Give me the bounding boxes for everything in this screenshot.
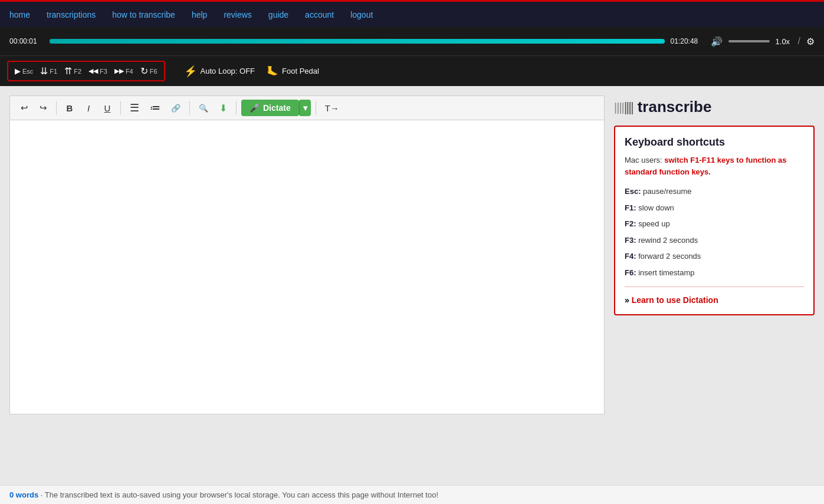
chevron-down-icon: ▾ [303,103,307,113]
toolbar-sep-2 [120,101,121,115]
dictate-dropdown-button[interactable]: ▾ [299,100,311,116]
zoom-icon: 🔍 [199,104,208,113]
nav-help[interactable]: help [192,10,207,19]
word-count: 0 words [9,490,38,499]
underline-icon: U [104,103,111,113]
f2-desc: speed up [638,219,670,228]
shortcuts-title: Keyboard shortcuts [625,136,804,149]
f3-desc: rewind 2 seconds [638,236,698,245]
audio-current-time: 00:00:01 [9,37,44,45]
slow-down-icon: ⇊ [40,65,48,77]
logo-text: transcribe [638,98,712,116]
auto-loop-button[interactable]: ⚡ Auto Loop: OFF [179,62,260,80]
audio-separator: / [798,36,800,47]
foot-pedal-label: Foot Pedal [282,67,319,75]
learn-dictation-link[interactable]: Learn to use Dictation [632,295,718,305]
bold-button[interactable]: B [61,100,78,116]
f1-key: F1: [625,203,636,212]
ul-icon: ☰ [130,101,139,114]
toolbar-sep-3 [189,101,190,115]
audio-duration: 01:20:48 [671,37,705,45]
foot-pedal-button[interactable]: 🦶 Foot Pedal [262,63,324,79]
nav-how-to-transcribe[interactable]: how to transcribe [112,10,175,19]
sidebar-logo: |||| transcribe [614,95,815,118]
rewind-icon: ◀◀ [88,67,98,75]
esc-desc: pause/resume [643,187,691,196]
download-button[interactable]: ⬇ [215,100,231,116]
toolbar-sep-5 [316,101,316,115]
editor-area: ↩ ↪ B I U ☰ ≔ 🔗 [9,95,605,489]
footer-bar: 0 words · The transcribed text is auto-s… [0,485,824,504]
play-icon [15,67,21,75]
loop-key-label: F6 [150,68,157,75]
shortcuts-divider [625,286,804,287]
nav-guide[interactable]: guide [268,10,288,19]
volume-icon: 🔊 [711,36,723,47]
audio-speed: 1.0x [776,37,792,46]
nav-logout[interactable]: logout [350,10,373,19]
rewind-key-label: F3 [100,68,107,75]
mic-icon: 🎤 [250,103,260,113]
volume-slider[interactable] [728,40,770,42]
footer-message: · The transcribed text is auto-saved usi… [38,490,438,499]
shortcut-esc: Esc: pause/resume [625,186,804,197]
zoom-button[interactable]: 🔍 [195,100,212,116]
redo-icon: ↪ [40,103,47,113]
shortcut-f3: F3: rewind 2 seconds [625,235,804,246]
gear-icon[interactable]: ⚙ [806,36,815,47]
text-editor[interactable] [9,120,605,414]
download-icon: ⬇ [219,103,227,114]
play-button[interactable]: Esc [12,65,36,77]
f6-key: F6: [625,268,636,277]
bold-icon: B [67,103,73,113]
forward-icon: ▶▶ [114,67,124,75]
ordered-list-button[interactable]: ≔ [146,100,165,116]
main-nav: home transcriptions how to transcribe he… [0,0,824,27]
slow-down-button[interactable]: ⇊ F1 [37,64,60,78]
f4-key: F4: [625,252,636,261]
play-key-label: Esc [22,68,33,75]
shortcut-f6: F6: insert timestamp [625,267,804,279]
nav-home[interactable]: home [9,10,30,19]
link-icon: 🔗 [171,104,180,113]
speed-up-button[interactable]: ⇈ F2 [61,64,84,78]
underline-button[interactable]: U [99,100,116,116]
audio-progress-fill [50,39,665,44]
shortcut-f2: F2: speed up [625,218,804,230]
toolbar-sep-4 [236,101,237,115]
text-arrow-button[interactable]: T→ [321,100,343,116]
nav-account[interactable]: account [305,10,334,19]
mac-note: Mac users: switch F1-F11 keys to functio… [625,154,804,177]
learn-prefix: » [625,295,632,305]
rewind-button[interactable]: ◀◀ F3 [86,66,110,76]
f6-desc: insert timestamp [638,268,694,277]
undo-button[interactable]: ↩ [16,100,32,116]
forward-button[interactable]: ▶▶ F4 [111,66,136,76]
sidebar: |||| transcribe Keyboard shortcuts Mac u… [614,95,815,489]
f1-desc: slow down [638,203,674,212]
nav-reviews[interactable]: reviews [224,10,251,19]
italic-button[interactable]: I [80,100,97,116]
dictate-button[interactable]: 🎤 Dictate [241,100,299,116]
unordered-list-button[interactable]: ☰ [126,100,143,116]
editor-toolbar: ↩ ↪ B I U ☰ ≔ 🔗 [9,95,605,120]
learn-dictation-link-container: » Learn to use Dictation [625,295,804,305]
loop-button[interactable]: ↻ F6 [137,64,160,78]
audio-progress-bar[interactable] [50,39,665,44]
text-arrow-label: T→ [325,103,339,113]
loop-icon: ↻ [140,65,148,77]
f3-key: F3: [625,236,636,245]
dictate-group: 🎤 Dictate ▾ [241,100,311,116]
mac-note-static: Mac users: [625,156,664,164]
redo-button[interactable]: ↪ [35,100,51,116]
waveform-icon: |||| [614,100,633,115]
toolbar-sep-1 [56,101,57,115]
ol-icon: ≔ [150,101,160,114]
nav-transcriptions[interactable]: transcriptions [47,10,96,19]
speed-up-icon: ⇈ [64,65,72,77]
link-button[interactable]: 🔗 [167,100,185,116]
auto-loop-label: Auto Loop: OFF [201,67,255,75]
foot-pedal-icon: 🦶 [267,65,278,77]
dictate-label: Dictate [263,103,291,113]
main-area: ↩ ↪ B I U ☰ ≔ 🔗 [0,86,824,499]
